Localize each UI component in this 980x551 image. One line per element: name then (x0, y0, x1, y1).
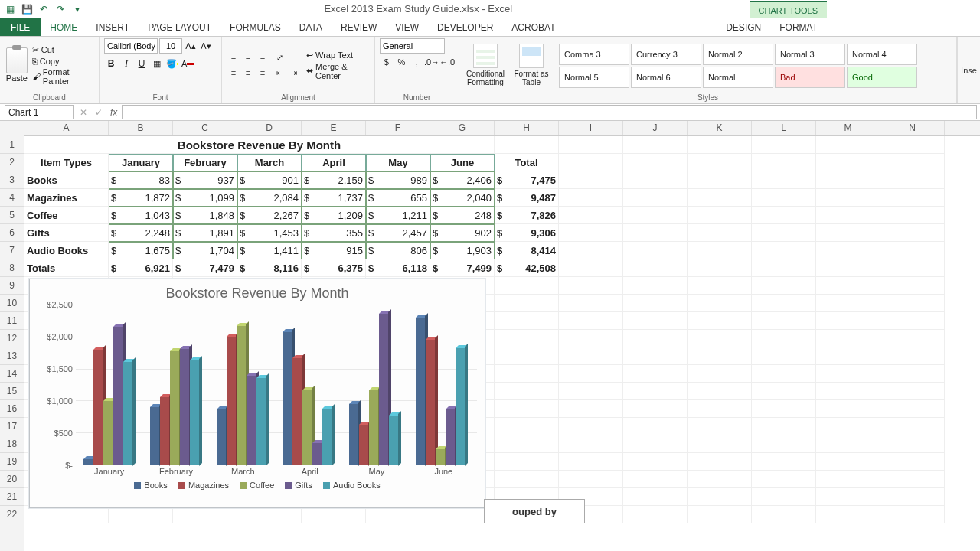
table-header[interactable]: March (237, 154, 302, 171)
italic-button[interactable]: I (119, 57, 133, 70)
legend-item[interactable]: Coffee (240, 481, 274, 490)
style-comma3[interactable]: Comma 3 (559, 44, 629, 65)
chart-bar[interactable] (292, 358, 302, 465)
chart-bar[interactable] (379, 314, 388, 465)
formula-bar-input[interactable] (122, 105, 977, 119)
table-header[interactable]: May (366, 154, 430, 171)
col-header-M[interactable]: M (816, 121, 880, 135)
conditional-formatting-button[interactable]: Conditional Formatting (464, 44, 507, 86)
cell[interactable] (688, 453, 752, 471)
cell[interactable] (880, 242, 945, 259)
cell[interactable] (880, 435, 945, 453)
data-cell[interactable]: $1,211 (366, 207, 430, 224)
cell[interactable] (816, 242, 880, 259)
table-header[interactable]: June (430, 154, 495, 171)
cell[interactable] (880, 224, 945, 242)
chart-bar[interactable] (256, 378, 266, 465)
row-header-17[interactable]: 17 (0, 418, 24, 435)
cell[interactable] (495, 400, 559, 418)
row-header-2[interactable]: 2 (0, 154, 24, 171)
bar-group[interactable] (217, 326, 267, 465)
cell[interactable] (816, 347, 880, 365)
chart-bar[interactable] (227, 337, 236, 465)
cell[interactable] (880, 347, 945, 365)
cell[interactable] (752, 242, 816, 259)
row-header-20[interactable]: 20 (0, 471, 24, 488)
row-label[interactable]: Coffee (24, 207, 109, 224)
cell[interactable] (623, 330, 688, 347)
cell[interactable] (688, 295, 752, 312)
data-cell[interactable]: $2,406 (430, 171, 495, 189)
cell[interactable] (880, 207, 945, 224)
cell[interactable] (880, 418, 945, 435)
cell[interactable] (752, 435, 816, 453)
cell[interactable] (623, 259, 688, 277)
cell[interactable] (688, 242, 752, 259)
row-header-10[interactable]: 10 (0, 295, 24, 312)
cell[interactable] (559, 453, 623, 471)
cell[interactable] (752, 383, 816, 400)
data-cell[interactable]: $2,040 (430, 189, 495, 207)
cell[interactable] (559, 471, 623, 488)
data-cell[interactable]: $937 (173, 171, 237, 189)
data-cell[interactable]: $83 (109, 171, 173, 189)
data-cell[interactable]: $902 (430, 224, 495, 242)
chart-bar[interactable] (416, 318, 425, 465)
align-middle-button[interactable]: ≡ (241, 51, 255, 65)
chart-bar[interactable] (83, 459, 93, 465)
col-header-A[interactable]: A (24, 121, 109, 135)
col-header-J[interactable]: J (623, 121, 688, 135)
cell[interactable] (816, 506, 880, 523)
decrease-decimal-button[interactable]: ←.0 (440, 55, 454, 69)
cell[interactable] (752, 189, 816, 207)
cell[interactable] (559, 189, 623, 207)
tab-formulas[interactable]: FORMULAS (220, 18, 290, 36)
row-header-9[interactable]: 9 (0, 277, 24, 295)
row-header-19[interactable]: 19 (0, 453, 24, 471)
align-bottom-button[interactable]: ≡ (256, 51, 270, 65)
data-cell[interactable]: $8,414 (495, 242, 559, 259)
cell[interactable] (880, 506, 945, 523)
cell[interactable] (623, 383, 688, 400)
bold-button[interactable]: B (104, 57, 118, 70)
cell[interactable] (752, 400, 816, 418)
cut-button[interactable]: ✂Cut (32, 45, 94, 55)
data-cell[interactable]: $1,411 (237, 242, 302, 259)
cell[interactable] (688, 154, 752, 171)
cell[interactable] (752, 224, 816, 242)
bar-group[interactable] (283, 332, 333, 465)
style-normal6[interactable]: Normal 6 (631, 67, 701, 88)
merge-center-button[interactable]: ⬌Merge & Center (306, 62, 370, 80)
bar-group[interactable] (150, 349, 201, 465)
chart-bar[interactable] (389, 416, 398, 465)
cell[interactable] (880, 136, 945, 154)
row-header-6[interactable]: 6 (0, 224, 24, 242)
cell[interactable] (752, 330, 816, 347)
chart-plot-area[interactable]: $2,500$2,000$1,500$1,000$500$- (76, 305, 477, 465)
chart-bar[interactable] (217, 409, 226, 465)
chart-bar[interactable] (180, 349, 189, 465)
cell[interactable] (752, 453, 816, 471)
chart-bar[interactable] (312, 443, 322, 465)
cell[interactable] (559, 330, 623, 347)
chart-bar[interactable] (247, 376, 256, 465)
qat-dropdown[interactable]: ▾ (70, 2, 84, 16)
row-header-18[interactable]: 18 (0, 435, 24, 453)
cell[interactable] (623, 471, 688, 488)
data-cell[interactable]: $7,499 (430, 259, 495, 277)
cell[interactable] (752, 171, 816, 189)
cell[interactable] (495, 418, 559, 435)
enter-formula-button[interactable]: ✓ (92, 107, 106, 118)
increase-decimal-button[interactable]: .0→ (425, 55, 439, 69)
cell[interactable] (880, 471, 945, 488)
decrease-indent-button[interactable]: ⇤ (273, 66, 286, 80)
font-size-input[interactable] (159, 38, 182, 54)
align-right-button[interactable]: ≡ (256, 66, 270, 80)
cell[interactable] (688, 365, 752, 383)
tab-data[interactable]: DATA (290, 18, 332, 36)
cell[interactable] (688, 435, 752, 453)
cell[interactable] (880, 171, 945, 189)
cell[interactable] (559, 171, 623, 189)
cell[interactable] (109, 506, 173, 523)
data-cell[interactable]: $915 (302, 242, 366, 259)
